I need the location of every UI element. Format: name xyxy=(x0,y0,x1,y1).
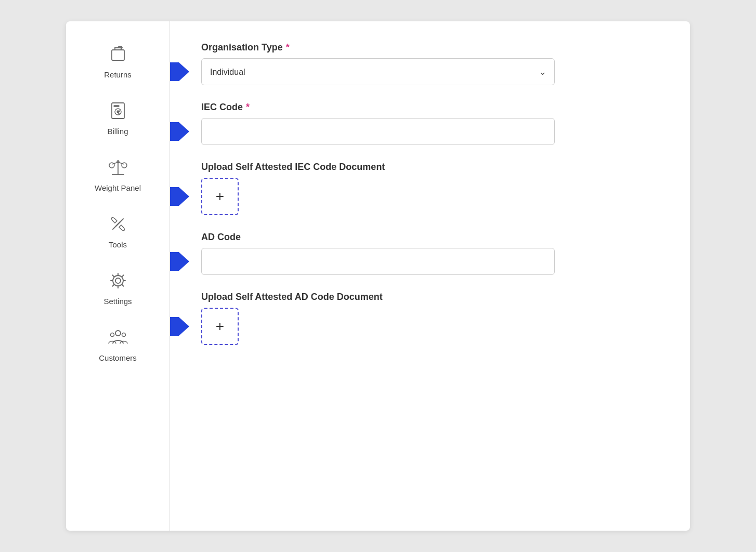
sidebar-item-returns[interactable]: Returns xyxy=(66,32,170,88)
main-content: Organisation Type * 1 Individual Company xyxy=(170,21,690,531)
organisation-type-label: Organisation Type * xyxy=(201,42,659,53)
ad-code-label: AD Code xyxy=(201,232,659,243)
arrow-4: 4 xyxy=(170,252,179,271)
iec-code-required: * xyxy=(246,102,250,113)
iec-code-section: IEC Code * 2 xyxy=(201,102,659,145)
iec-code-input[interactable] xyxy=(201,118,555,145)
billing-icon: ₹ xyxy=(105,98,131,124)
svg-point-9 xyxy=(109,163,114,168)
iec-code-label: IEC Code * xyxy=(201,102,659,113)
sidebar-item-billing-label: Billing xyxy=(107,127,128,136)
sidebar-item-tools[interactable]: Tools xyxy=(66,202,170,258)
tools-icon xyxy=(105,211,131,237)
svg-point-15 xyxy=(110,333,114,337)
ad-code-field-row: 4 xyxy=(201,248,659,275)
ad-code-input[interactable] xyxy=(201,248,555,275)
sidebar-item-weight-panel-label: Weight Panel xyxy=(95,183,141,192)
arrow-3: 3 xyxy=(170,187,179,206)
svg-point-16 xyxy=(122,333,125,337)
sidebar-item-settings[interactable]: Settings xyxy=(66,258,170,315)
iec-upload-button[interactable]: + xyxy=(201,178,239,215)
sidebar: Returns ₹ Billing xyxy=(66,21,170,531)
svg-rect-0 xyxy=(112,50,124,60)
ad-code-section: AD Code 4 xyxy=(201,232,659,275)
iec-code-field-row: 2 xyxy=(201,118,659,145)
arrow-2: 2 xyxy=(170,122,179,141)
organisation-type-field-row: 1 Individual Company Partnership LLP ⌄ xyxy=(201,58,659,85)
returns-icon xyxy=(105,41,131,67)
arrow-1: 1 xyxy=(170,62,179,81)
settings-icon xyxy=(105,268,131,294)
ad-document-label: Upload Self Attested AD Code Document xyxy=(201,292,659,303)
arrow-5: 5 xyxy=(170,317,179,336)
svg-point-10 xyxy=(122,163,127,168)
sidebar-item-weight-panel[interactable]: Weight Panel xyxy=(66,145,170,202)
organisation-type-select-wrapper: Individual Company Partnership LLP ⌄ xyxy=(201,58,555,85)
customers-icon xyxy=(105,324,131,350)
svg-point-12 xyxy=(115,278,121,283)
iec-document-label: Upload Self Attested IEC Code Document xyxy=(201,162,659,173)
iec-upload-field-row: 3 + xyxy=(201,178,659,215)
ad-document-section: Upload Self Attested AD Code Document 5 … xyxy=(201,292,659,345)
iec-document-section: Upload Self Attested IEC Code Document 3… xyxy=(201,162,659,215)
sidebar-item-customers[interactable]: Customers xyxy=(66,315,170,372)
organisation-type-required: * xyxy=(286,42,290,53)
sidebar-item-tools-label: Tools xyxy=(109,240,127,249)
organisation-type-section: Organisation Type * 1 Individual Company xyxy=(201,42,659,85)
svg-text:₹: ₹ xyxy=(117,110,120,115)
weight-panel-icon xyxy=(105,154,131,180)
sidebar-item-returns-label: Returns xyxy=(104,70,132,79)
ad-upload-button[interactable]: + xyxy=(201,308,239,345)
svg-point-14 xyxy=(115,331,121,336)
sidebar-item-settings-label: Settings xyxy=(103,297,132,306)
ad-upload-field-row: 5 + xyxy=(201,308,659,345)
sidebar-item-customers-label: Customers xyxy=(99,353,137,362)
svg-point-13 xyxy=(113,275,123,286)
svg-rect-4 xyxy=(114,106,119,107)
organisation-type-select[interactable]: Individual Company Partnership LLP xyxy=(201,58,555,85)
sidebar-item-billing[interactable]: ₹ Billing xyxy=(66,88,170,145)
